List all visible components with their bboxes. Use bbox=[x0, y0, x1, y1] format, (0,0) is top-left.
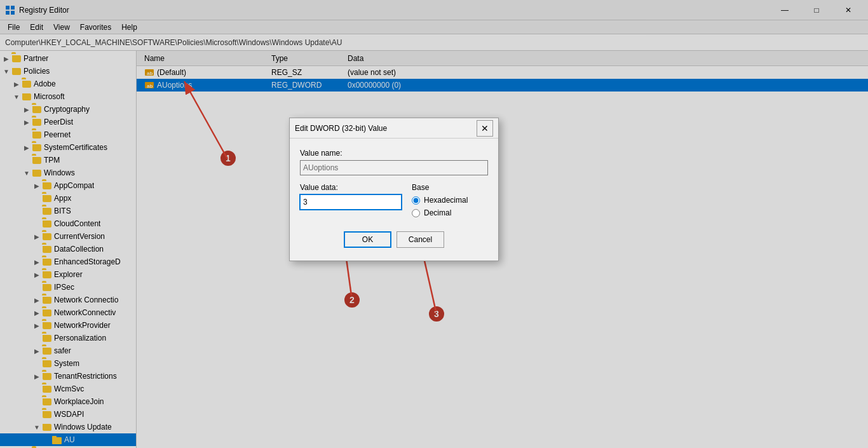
dialog-title-text: Edit DWORD (32-bit) Value bbox=[295, 124, 387, 133]
dialog-buttons: OK Cancel bbox=[300, 231, 488, 250]
hexadecimal-label: Hexadecimal bbox=[424, 196, 468, 205]
base-section: Base Hexadecimal Decimal bbox=[412, 183, 488, 221]
value-name-label: Value name: bbox=[300, 149, 488, 158]
dialog-titlebar: Edit DWORD (32-bit) Value ✕ bbox=[290, 118, 498, 139]
value-data-label: Value data: bbox=[300, 183, 402, 192]
value-data-input[interactable] bbox=[300, 194, 402, 210]
hexadecimal-option[interactable]: Hexadecimal bbox=[412, 196, 488, 205]
hexadecimal-radio[interactable] bbox=[412, 196, 420, 205]
decimal-option[interactable]: Decimal bbox=[412, 208, 488, 217]
value-name-input[interactable] bbox=[300, 160, 488, 175]
value-data-section: Value data: bbox=[300, 183, 402, 221]
decimal-label: Decimal bbox=[424, 208, 451, 217]
decimal-radio[interactable] bbox=[412, 209, 420, 217]
cancel-button[interactable]: Cancel bbox=[397, 231, 444, 248]
edit-dword-dialog: Edit DWORD (32-bit) Value ✕ Value name: … bbox=[289, 118, 499, 261]
base-label: Base bbox=[412, 183, 488, 192]
dialog-close-button[interactable]: ✕ bbox=[477, 120, 493, 137]
value-data-row: Value data: Base Hexadecimal Decimal bbox=[300, 183, 488, 221]
ok-button[interactable]: OK bbox=[344, 231, 391, 248]
dialog-body: Value name: Value data: Base Hexadecimal… bbox=[290, 139, 498, 261]
